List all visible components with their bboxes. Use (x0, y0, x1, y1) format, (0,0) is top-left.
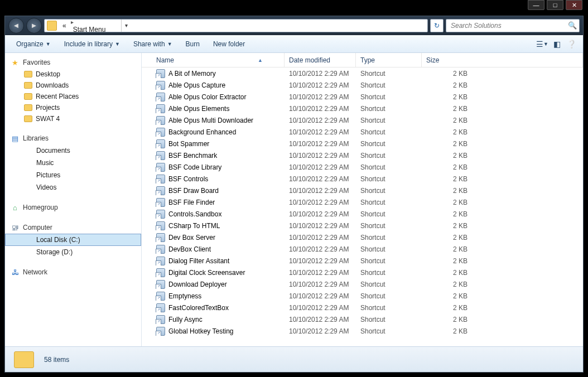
file-name: CSharp To HTML (168, 222, 220, 230)
burn-button[interactable]: Burn (180, 38, 205, 50)
file-row[interactable]: BSF Code Library10/10/2012 2:29 AMShortc… (142, 161, 583, 173)
close-button[interactable]: ✕ (566, 0, 582, 10)
column-size[interactable]: Size (422, 53, 583, 67)
drive-icon (24, 248, 33, 257)
file-type: Shortcut (356, 187, 422, 195)
file-row[interactable]: Fully Async10/10/2012 2:29 AMShortcut2 K… (142, 313, 583, 325)
file-size: 2 KB (422, 117, 472, 124)
nav-network[interactable]: 🖧Network (5, 266, 141, 278)
file-row[interactable]: Bot Spammer10/10/2012 2:29 AMShortcut2 K… (142, 138, 583, 149)
file-row[interactable]: DevBox Client10/10/2012 2:29 AMShortcut2… (142, 243, 583, 255)
shortcut-icon (156, 280, 165, 289)
shortcut-icon (156, 268, 165, 277)
view-options-button[interactable]: ☰▼ (536, 38, 548, 50)
file-row[interactable]: Global Hotkey Testing10/10/2012 2:29 AMS… (142, 325, 583, 337)
libraries-icon: ▤ (11, 134, 20, 143)
file-type: Shortcut (356, 163, 422, 171)
nav-item[interactable]: SWAT 4 (5, 113, 141, 124)
file-type: Shortcut (356, 327, 422, 335)
nav-libraries[interactable]: ▤Libraries (5, 132, 141, 144)
file-row[interactable]: Controls.Sandbox10/10/2012 2:29 AMShortc… (142, 208, 583, 220)
file-type: Shortcut (356, 70, 422, 78)
file-type: Shortcut (356, 304, 422, 312)
file-row[interactable]: FastColoredTextBox10/10/2012 2:29 AMShor… (142, 302, 583, 313)
computer-icon: 🖳 (11, 223, 20, 232)
column-name[interactable]: Name▲ (152, 53, 285, 67)
file-list[interactable]: A Bit of Memory10/10/2012 2:29 AMShortcu… (142, 67, 583, 346)
file-row[interactable]: Dialog Filter Assitant10/10/2012 2:29 AM… (142, 255, 583, 267)
drive-icon (24, 235, 33, 244)
column-date[interactable]: Date modified (285, 53, 356, 67)
file-row[interactable]: BSF Benchmark10/10/2012 2:29 AMShortcut2… (142, 149, 583, 161)
file-type: Shortcut (356, 81, 422, 89)
status-item-count: 58 items (44, 356, 69, 364)
file-row[interactable]: Able Opus Capture10/10/2012 2:29 AMShort… (142, 79, 583, 91)
file-name: BSF Draw Board (168, 187, 219, 195)
sort-asc-icon: ▲ (258, 57, 279, 63)
preview-pane-button[interactable]: ◧ (551, 38, 563, 50)
nav-item[interactable]: Music (5, 157, 141, 169)
nav-item[interactable]: Desktop (5, 69, 141, 80)
back-button[interactable]: ◄ (8, 18, 24, 33)
shortcut-icon (156, 315, 165, 324)
nav-item[interactable]: Videos (5, 181, 141, 194)
file-type: Shortcut (356, 245, 422, 253)
file-name: Bot Spammer (168, 140, 209, 148)
nav-homegroup[interactable]: ⌂Homegroup (5, 201, 141, 214)
lib-icon (24, 171, 33, 180)
minimize-button[interactable]: — (528, 0, 544, 10)
nav-item[interactable]: Pictures (5, 169, 141, 181)
file-row[interactable]: A Bit of Memory10/10/2012 2:29 AMShortcu… (142, 67, 583, 79)
breadcrumb-overflow[interactable]: « (59, 20, 70, 32)
nav-item[interactable]: Documents (5, 144, 141, 157)
file-size: 2 KB (422, 292, 472, 300)
file-type: Shortcut (356, 140, 422, 148)
file-name: Able Opus Multi Downloader (168, 117, 253, 124)
nav-item[interactable]: Projects (5, 102, 141, 113)
search-box[interactable]: 🔍 (446, 19, 580, 32)
nav-item-label: SWAT 4 (36, 115, 60, 123)
nav-item[interactable]: Local Disk (C:) (5, 234, 141, 246)
new-folder-button[interactable]: New folder (208, 38, 250, 50)
file-row[interactable]: BSF Controls10/10/2012 2:29 AMShortcut2 … (142, 173, 583, 185)
nav-favorites[interactable]: ★Favorites (5, 56, 141, 69)
nav-item[interactable]: Downloads (5, 80, 141, 91)
forward-button[interactable]: ► (26, 18, 42, 33)
file-row[interactable]: Emptyness10/10/2012 2:29 AMShortcut2 KB (142, 290, 583, 302)
nav-item[interactable]: Recent Places (5, 91, 141, 102)
navigation-pane[interactable]: ★Favorites DesktopDownloadsRecent Places… (5, 53, 142, 346)
nav-item[interactable]: Storage (D:) (5, 246, 141, 258)
file-row[interactable]: BSF Draw Board10/10/2012 2:29 AMShortcut… (142, 185, 583, 196)
star-icon: ★ (11, 58, 20, 67)
refresh-button[interactable]: ↻ (430, 19, 444, 32)
file-row[interactable]: Able Opus Multi Downloader10/10/2012 2:2… (142, 114, 583, 126)
file-date: 10/10/2012 2:29 AM (285, 81, 356, 89)
file-row[interactable]: Able Opus Color Extractor10/10/2012 2:29… (142, 91, 583, 103)
file-row[interactable]: Background Enhanced10/10/2012 2:29 AMSho… (142, 126, 583, 138)
file-row[interactable]: Dev Box Server10/10/2012 2:29 AMShortcut… (142, 231, 583, 243)
organize-button[interactable]: Organize▼ (11, 38, 56, 50)
file-row[interactable]: BSF File Finder10/10/2012 2:29 AMShortcu… (142, 196, 583, 208)
include-library-button[interactable]: Include in library▼ (59, 38, 126, 50)
share-with-button[interactable]: Share with▼ (128, 38, 178, 50)
breadcrumb[interactable]: « AppData▸Roaming▸Microsoft▸Windows▸Star… (44, 19, 428, 32)
file-size: 2 KB (422, 93, 472, 101)
breadcrumb-drop[interactable]: ▾ (121, 20, 131, 32)
chevron-right-icon[interactable]: ▸ (70, 19, 75, 25)
file-size: 2 KB (422, 327, 472, 335)
file-date: 10/10/2012 2:29 AM (285, 269, 356, 277)
nav-item-label: Recent Places (36, 93, 79, 100)
file-type: Shortcut (356, 93, 422, 101)
column-type[interactable]: Type (356, 53, 422, 67)
file-row[interactable]: Digital Clock Screensaver10/10/2012 2:29… (142, 267, 583, 278)
file-name: Able Opus Capture (168, 81, 225, 89)
maximize-button[interactable]: □ (547, 0, 563, 10)
help-button[interactable]: ❔ (565, 38, 577, 50)
breadcrumb-item[interactable]: Start Menu (70, 26, 122, 32)
search-icon[interactable]: 🔍 (566, 21, 579, 30)
file-row[interactable]: Download Deployer10/10/2012 2:29 AMShort… (142, 278, 583, 290)
nav-computer[interactable]: 🖳Computer (5, 221, 141, 234)
file-row[interactable]: Able Opus Elements10/10/2012 2:29 AMShor… (142, 103, 583, 114)
search-input[interactable] (446, 22, 566, 30)
file-row[interactable]: CSharp To HTML10/10/2012 2:29 AMShortcut… (142, 220, 583, 231)
